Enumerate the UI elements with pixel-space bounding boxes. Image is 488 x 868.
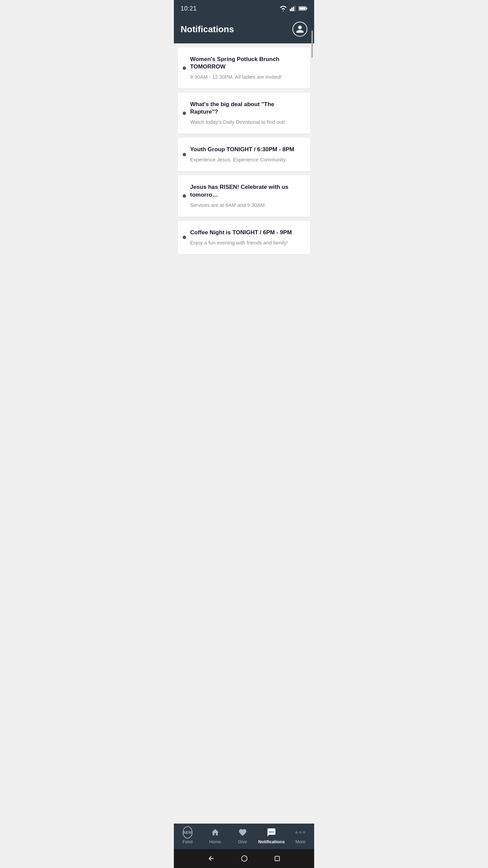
profile-icon [296, 25, 304, 34]
status-bar: 10:21 [174, 0, 314, 16]
status-icons [280, 6, 307, 11]
notification-subtitle-1: 9:30AM - 12:30PM. All ladies are invited… [190, 73, 303, 80]
notifications-list: Women's Spring Potluck Brunch TOMORROW 9… [174, 43, 314, 258]
svg-rect-3 [294, 6, 296, 11]
notification-subtitle-5: Enjoy a fun evening with friends and fam… [190, 239, 303, 246]
notification-title-2: What's the big deal about "The Rapture"? [190, 101, 303, 116]
notification-card-3[interactable]: Youth Group TONIGHT / 6:30PM - 8PM Exper… [178, 138, 310, 171]
unread-dot-3 [183, 153, 186, 156]
svg-rect-6 [299, 7, 306, 9]
notification-title-4: Jesus has RISEN! Celebrate with us tomor… [190, 183, 303, 198]
scroll-indicator [311, 31, 313, 58]
unread-dot-1 [183, 66, 186, 70]
unread-dot-5 [183, 236, 186, 239]
unread-dot-4 [183, 194, 186, 198]
unread-dot-2 [183, 112, 186, 115]
notification-card-4[interactable]: Jesus has RISEN! Celebrate with us tomor… [178, 175, 310, 216]
svg-rect-5 [306, 7, 307, 9]
notification-subtitle-4: Services are at 6AM and 9:30AM. [190, 201, 303, 209]
notification-card-2[interactable]: What's the big deal about "The Rapture"?… [178, 93, 310, 134]
battery-icon [299, 6, 307, 11]
notification-card-1[interactable]: Women's Spring Potluck Brunch TOMORROW 9… [178, 47, 310, 88]
notification-card-5[interactable]: Coffee Night is TONIGHT / 6PM - 9PM Enjo… [178, 221, 310, 254]
notification-subtitle-2: Watch today's Daily Devotional to find o… [190, 118, 303, 125]
notification-title-5: Coffee Night is TONIGHT / 6PM - 9PM [190, 229, 303, 236]
svg-rect-1 [291, 7, 293, 11]
notification-title-1: Women's Spring Potluck Brunch TOMORROW [190, 56, 303, 71]
status-time: 10:21 [181, 5, 197, 12]
notification-title-3: Youth Group TONIGHT / 6:30PM - 8PM [190, 146, 303, 153]
page-header: Notifications [174, 16, 314, 43]
signal-icon [290, 6, 296, 11]
notification-subtitle-3: Experience Jesus. Experience Community. [190, 156, 303, 163]
page-title: Notifications [181, 24, 234, 35]
profile-avatar-button[interactable] [292, 22, 307, 37]
svg-rect-0 [290, 9, 291, 11]
svg-rect-2 [293, 7, 294, 11]
wifi-icon [280, 6, 287, 11]
